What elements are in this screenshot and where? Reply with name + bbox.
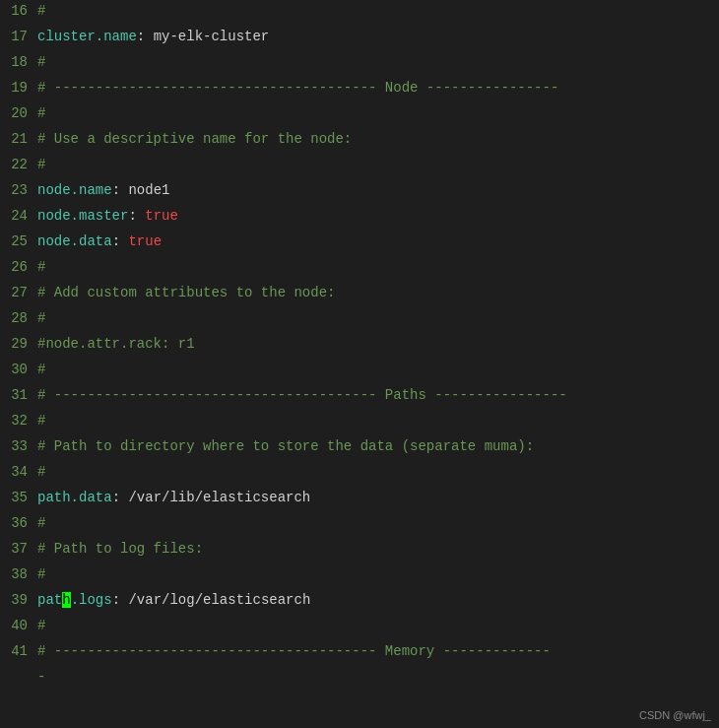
line-number: 28 xyxy=(0,308,37,329)
code-line: 19# ------------------------------------… xyxy=(0,77,719,102)
code-line: 27# Add custom attributes to the node: xyxy=(0,282,719,307)
line-number: 37 xyxy=(0,539,37,560)
code-line: 31# ------------------------------------… xyxy=(0,384,719,410)
line-content: node.name: node1 xyxy=(37,180,169,201)
line-content: #node.attr.rack: r1 xyxy=(37,334,195,355)
line-number: 24 xyxy=(0,206,37,227)
line-content: # xyxy=(37,257,45,278)
code-line: 21# Use a descriptive name for the node: xyxy=(0,128,719,154)
watermark-label: CSDN @wfwj_ xyxy=(639,707,711,724)
line-content: # xyxy=(37,52,45,73)
line-number: 34 xyxy=(0,462,37,483)
line-content: # xyxy=(37,103,45,124)
line-content: # xyxy=(37,564,45,585)
line-content: node.data: true xyxy=(37,232,162,252)
line-number: 20 xyxy=(0,103,37,124)
line-content: path.logs: /var/log/elasticsearch xyxy=(37,590,310,611)
line-content: # Path to directory where to store the d… xyxy=(37,436,534,457)
code-line: 39path.logs: /var/log/elasticsearch xyxy=(0,589,719,615)
line-number: 27 xyxy=(0,283,37,303)
code-editor: 16#17cluster.name: my-elk-cluster18#19# … xyxy=(0,0,719,728)
line-number: 18 xyxy=(0,52,37,73)
line-content: node.master: true xyxy=(37,206,178,227)
line-content: # xyxy=(37,616,45,636)
code-line: 32# xyxy=(0,410,719,435)
line-content: # xyxy=(37,462,45,483)
line-number: 25 xyxy=(0,232,37,252)
code-line: 41# ------------------------------------… xyxy=(0,640,719,666)
line-number: 40 xyxy=(0,616,37,636)
line-number: 22 xyxy=(0,155,37,175)
line-content: # xyxy=(37,1,45,22)
code-line: 37# Path to log files: xyxy=(0,538,719,563)
line-number: 19 xyxy=(0,78,37,99)
code-line: 22# xyxy=(0,154,719,179)
line-content: # --------------------------------------… xyxy=(37,385,567,406)
line-content: # xyxy=(37,360,45,380)
code-line: 34# xyxy=(0,461,719,487)
line-number: 16 xyxy=(0,1,37,22)
line-content: # Use a descriptive name for the node: xyxy=(37,129,352,150)
line-content: # Path to log files: xyxy=(37,539,203,560)
line-number: 23 xyxy=(0,180,37,201)
code-line: 23node.name: node1 xyxy=(0,179,719,205)
code-line: - xyxy=(0,666,719,692)
code-line: 35path.data: /var/lib/elasticsearch xyxy=(0,487,719,512)
line-number: 31 xyxy=(0,385,37,406)
line-number: 36 xyxy=(0,513,37,534)
line-number: 21 xyxy=(0,129,37,150)
code-line: 26# xyxy=(0,256,719,282)
line-number: 41 xyxy=(0,641,37,662)
line-content: # Add custom attributes to the node: xyxy=(37,283,335,303)
code-line: 38# xyxy=(0,563,719,589)
line-content: # xyxy=(37,513,45,534)
code-line: 18# xyxy=(0,51,719,77)
line-number: 38 xyxy=(0,564,37,585)
line-number: 17 xyxy=(0,27,37,47)
code-line: 24node.master: true xyxy=(0,205,719,231)
code-line: 36# xyxy=(0,512,719,538)
line-content: # xyxy=(37,411,45,431)
code-line: 33# Path to directory where to store the… xyxy=(0,435,719,461)
line-number: 30 xyxy=(0,360,37,380)
code-line: 20# xyxy=(0,102,719,128)
line-number: 26 xyxy=(0,257,37,278)
line-number: 33 xyxy=(0,436,37,457)
line-content: path.data: /var/lib/elasticsearch xyxy=(37,488,310,508)
code-line: 25node.data: true xyxy=(0,231,719,256)
line-number: 39 xyxy=(0,590,37,611)
line-content: # xyxy=(37,155,45,175)
line-content: cluster.name: my-elk-cluster xyxy=(37,27,269,47)
code-line: 30# xyxy=(0,359,719,384)
code-line: 16# xyxy=(0,0,719,26)
code-line: 40# xyxy=(0,615,719,640)
line-number: 35 xyxy=(0,488,37,508)
line-content: # xyxy=(37,308,45,329)
line-number: 29 xyxy=(0,334,37,355)
code-line: 17cluster.name: my-elk-cluster xyxy=(0,26,719,51)
line-content: - xyxy=(37,667,45,688)
code-line: 28# xyxy=(0,307,719,333)
line-content: # --------------------------------------… xyxy=(37,641,551,662)
code-line: 29#node.attr.rack: r1 xyxy=(0,333,719,359)
line-number: 32 xyxy=(0,411,37,431)
line-content: # --------------------------------------… xyxy=(37,78,558,99)
